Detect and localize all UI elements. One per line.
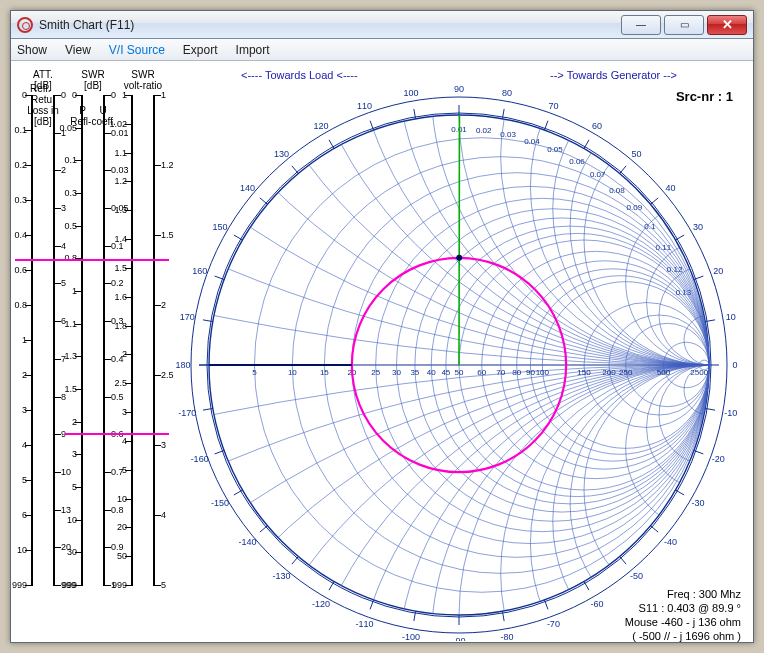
svg-point-172: [456, 255, 462, 261]
swr-foot-left: P: [79, 105, 86, 116]
svg-text:60: 60: [592, 121, 602, 131]
menu-view[interactable]: View: [65, 43, 91, 57]
maximize-button[interactable]: ▭: [664, 15, 704, 35]
tick-label: 2.5: [107, 378, 127, 388]
tick-label: 13: [61, 505, 71, 515]
tick-label: 1.1: [107, 148, 127, 158]
svg-text:-80: -80: [500, 632, 513, 641]
svg-line-12: [292, 557, 298, 565]
svg-text:50: 50: [455, 368, 464, 377]
svg-text:200: 200: [602, 368, 616, 377]
menu-import[interactable]: Import: [236, 43, 270, 57]
svg-text:130: 130: [274, 149, 289, 159]
menu-export[interactable]: Export: [183, 43, 218, 57]
minimize-button[interactable]: —: [621, 15, 661, 35]
tick-label: 4: [11, 440, 27, 450]
svg-text:2500: 2500: [690, 368, 708, 377]
src-label: Src-nr :: [676, 89, 722, 104]
marker-swr-bottom: [65, 433, 121, 435]
svg-text:150: 150: [577, 368, 591, 377]
svg-text:0: 0: [732, 360, 737, 370]
svg-text:25: 25: [371, 368, 380, 377]
menu-show[interactable]: Show: [17, 43, 47, 57]
tick-label: 5: [11, 475, 27, 485]
tick-label: 4: [61, 241, 66, 251]
svg-text:-130: -130: [273, 571, 291, 581]
scales-panel: ATT.[dB] 00.10.20.30.40.60.8123456109990…: [19, 69, 169, 639]
tick-label: 1: [57, 286, 77, 296]
svg-text:35: 35: [410, 368, 419, 377]
tick-label: 1.1: [57, 319, 77, 329]
svg-line-30: [651, 526, 659, 532]
svg-text:40: 40: [665, 183, 675, 193]
smith-chart-area[interactable]: <---- Towards Load <---- --> Towards Gen…: [171, 65, 747, 641]
att-foot: Loss in [dB]: [27, 105, 59, 127]
scale-volt-ratio: SWRvolt-ratio 11.021.11.21.31.41.51.61.8…: [119, 69, 167, 91]
svg-line-28: [620, 557, 626, 565]
svg-text:5: 5: [252, 368, 257, 377]
src-value: 1: [726, 89, 733, 104]
tick-label: 5: [57, 482, 77, 492]
tick-label: 2: [161, 300, 166, 310]
svg-text:-100: -100: [402, 632, 420, 641]
svg-point-132: [501, 65, 747, 365]
svg-line-10: [260, 526, 268, 532]
svg-text:80: 80: [512, 368, 521, 377]
tick-label: 999: [107, 580, 127, 590]
svg-text:10: 10: [726, 312, 736, 322]
svg-text:170: 170: [180, 312, 195, 322]
svg-text:0.12: 0.12: [667, 265, 683, 274]
tick-label: 0.3: [11, 195, 27, 205]
swr-bar-left: [81, 95, 83, 585]
svg-point-140: [584, 115, 747, 365]
tick-label: 2: [61, 165, 66, 175]
tick-label: 6: [11, 510, 27, 520]
tick-label: 0.1: [57, 155, 77, 165]
svg-text:120: 120: [313, 121, 328, 131]
tick-label: 50: [107, 551, 127, 561]
svg-text:0.06: 0.06: [569, 157, 585, 166]
svg-text:-30: -30: [692, 498, 705, 508]
svg-text:30: 30: [693, 222, 703, 232]
svg-text:110: 110: [357, 101, 372, 111]
svg-text:150: 150: [212, 222, 227, 232]
tick-label: 1.02: [107, 119, 127, 129]
u-bar-right: [153, 95, 155, 585]
svg-text:160: 160: [192, 266, 207, 276]
swr-hdr1: SWR: [81, 69, 104, 80]
tick-label: 0.6: [11, 265, 27, 275]
label-towards-gen: --> Towards Generator -->: [550, 69, 677, 81]
tick-label: 0.8: [111, 505, 124, 515]
app-icon: [17, 17, 33, 33]
app-window: Smith Chart (F11) — ▭ ✕ Show View V/I So…: [10, 10, 754, 643]
svg-text:100: 100: [536, 368, 550, 377]
svg-text:0.02: 0.02: [476, 126, 492, 135]
tick-label: 5: [161, 580, 166, 590]
u-hdr2: volt-ratio: [124, 80, 162, 91]
svg-text:250: 250: [619, 368, 633, 377]
tick-label: 0.4: [11, 230, 27, 240]
content-area: ATT.[dB] 00.10.20.30.40.60.8123456109990…: [11, 61, 753, 642]
readout-mouse-parallel: ( -500 // - j 1696 ohm ): [625, 629, 741, 642]
close-button[interactable]: ✕: [707, 15, 747, 35]
svg-text:-110: -110: [356, 619, 374, 629]
svg-text:15: 15: [320, 368, 329, 377]
readout-panel: Freq : 300 Mhz S11 : 0.403 @ 89.9 ° Mous…: [625, 587, 741, 642]
svg-text:-160: -160: [191, 454, 209, 464]
tick-label: 5: [107, 465, 127, 475]
tick-label: 0.03: [111, 165, 129, 175]
tick-label: 3: [11, 405, 27, 415]
tick-label: 2: [57, 417, 77, 427]
svg-line-64: [292, 166, 298, 174]
svg-text:70: 70: [548, 101, 558, 111]
svg-text:-90: -90: [452, 636, 465, 641]
tick-label: 20: [107, 522, 127, 532]
svg-text:60: 60: [477, 368, 486, 377]
svg-text:10: 10: [288, 368, 297, 377]
titlebar[interactable]: Smith Chart (F11) — ▭ ✕: [11, 11, 753, 39]
menu-vi-source[interactable]: V/I Source: [109, 43, 165, 57]
svg-text:20: 20: [713, 266, 723, 276]
svg-text:500: 500: [657, 368, 671, 377]
svg-text:-70: -70: [547, 619, 560, 629]
svg-text:0.04: 0.04: [524, 137, 540, 146]
